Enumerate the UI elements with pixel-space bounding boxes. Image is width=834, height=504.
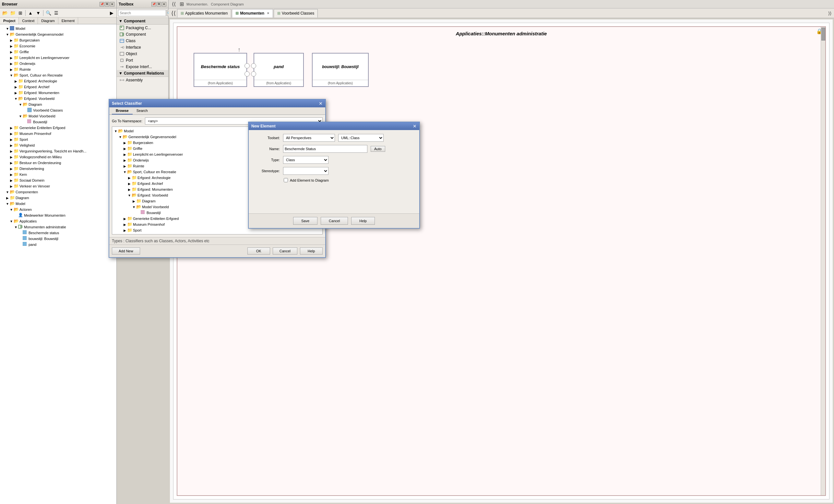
toolbox-interface-item[interactable]: Interface [117, 44, 168, 50]
bouwstijl-component[interactable]: bouwstijl: Bouwstijl (from Applicaties) [312, 53, 369, 87]
beschermde-component[interactable]: ↑ Beschermde status (from Applicaties) [194, 53, 247, 87]
tree-item-onderwijs[interactable]: ▶ 📁 Onderwijs [0, 61, 116, 66]
toggle-icon[interactable]: ▶ [123, 217, 127, 221]
toggle-icon[interactable]: ▼ [14, 97, 18, 101]
down-btn[interactable]: ▼ [35, 9, 42, 17]
tree-item-model-voorbeeld[interactable]: ▼ 📂 Model Voorbeeld [0, 113, 116, 119]
toolbox-search-input[interactable] [118, 10, 166, 16]
toggle-icon[interactable]: ▶ [9, 155, 14, 159]
tree-item-beschermde[interactable]: Beschermde status [0, 230, 116, 236]
tab-applicaties[interactable]: ⊞ Applicaties Monumenten [177, 9, 231, 18]
menu-btn[interactable]: ☰ [52, 9, 60, 17]
toggle-icon[interactable]: ▼ [118, 135, 123, 139]
tree-item-medewerker[interactable]: 👤 Medewerker Monumenten [0, 213, 116, 218]
toggle-icon[interactable]: ▶ [9, 68, 14, 71]
tree-item-sociaal[interactable]: ▶ 📁 Sociaal Domein [0, 177, 116, 183]
tree-item-bouwstijl[interactable]: Bouwstijl [0, 119, 116, 125]
toggle-icon[interactable]: ▼ [14, 225, 18, 229]
nav-back-btn[interactable]: ⟨⟨ [171, 1, 177, 7]
toggle-icon[interactable]: ▼ [113, 129, 118, 133]
tree-item-applicaties[interactable]: ▼ 📂 Applicaties [0, 218, 116, 224]
nav-component-btn[interactable]: ⊞ [178, 1, 185, 7]
open-folder-btn[interactable]: 📂 [1, 9, 8, 17]
toggle-icon[interactable]: ▼ [127, 194, 132, 197]
tab-monumenten[interactable]: ⊞ Monumenten ✕ [232, 9, 273, 18]
help-btn[interactable]: Help [300, 247, 323, 255]
tree-item-sport-cultuur[interactable]: ▼ 📂 Sport, Cultuur en Recreatie [0, 72, 116, 78]
toggle-icon[interactable]: ▼ [5, 202, 10, 205]
tab-element[interactable]: Element [58, 18, 78, 24]
tree-item-bestuur[interactable]: ▶ 📁 Bestuur en Ondersteuning [0, 160, 116, 166]
toggle-icon[interactable]: ▶ [14, 80, 18, 83]
tree-item-leerplicht[interactable]: ▶ 📁 Leerplicht en Leerlingenvervoer [0, 55, 116, 61]
type-select[interactable]: Class Interface Package Actor [283, 156, 328, 164]
toggle-icon[interactable]: ▶ [9, 179, 14, 182]
tree-item-burgerzaken[interactable]: ▶ 📁 Burgerzaken [0, 37, 116, 43]
toolbox-component-section[interactable]: ▼ Component [117, 18, 168, 25]
tree-item-volksgez[interactable]: ▶ 📁 Volksgezondheid en Milieu [0, 154, 116, 160]
toggle-icon[interactable]: ▶ [9, 44, 14, 48]
toggle-icon[interactable]: ▼ [5, 33, 10, 36]
tree-item-economie[interactable]: ▶ 📁 Economie [0, 43, 116, 49]
tab-project[interactable]: Project [0, 18, 19, 24]
toggle-icon[interactable]: ▶ [9, 173, 14, 176]
toggle-icon[interactable]: ▶ [132, 199, 136, 203]
tab-nav-btn[interactable]: ⟨⟨ [170, 10, 177, 17]
browser-pin-btn[interactable]: 📌 [100, 2, 104, 6]
pand-component[interactable]: pand (from Applicaties) [254, 53, 304, 87]
toggle-icon[interactable]: ▼ [9, 74, 14, 77]
toggle-icon[interactable]: ▶ [123, 147, 127, 151]
grid-btn[interactable]: ⊞ [17, 9, 24, 17]
filter-btn[interactable]: 🔍 [45, 9, 52, 17]
ne-cancel-btn[interactable]: Cancel [321, 217, 348, 225]
tree-item-kern[interactable]: ▶ 📁 Kern [0, 172, 116, 177]
toolbox-relations-section[interactable]: ▼ Component Relations [117, 70, 168, 77]
new-folder-btn[interactable]: 📁 [9, 9, 16, 17]
toggle-icon[interactable]: ▶ [123, 165, 127, 168]
tab-search[interactable]: Search [133, 107, 152, 114]
browser-close-btn[interactable]: ✕ [110, 2, 114, 6]
tree-item-erfgoed-mon[interactable]: ▶ 📁 Erfgoed: Monumenten [0, 90, 116, 96]
up-btn[interactable]: ▲ [27, 9, 34, 17]
tree-item-sport[interactable]: ▶ 📁 Sport [0, 136, 116, 143]
toggle-icon[interactable]: ▶ [14, 91, 18, 95]
toolbox-pin-btn[interactable]: 📌 [151, 2, 156, 6]
toggle-icon[interactable]: ▼ [9, 220, 14, 223]
toggle-icon[interactable]: ▶ [5, 196, 10, 200]
new-element-close-btn[interactable]: ✕ [413, 124, 417, 129]
toggle-icon[interactable]: ▶ [127, 188, 132, 191]
tree-item-bouwstijl2[interactable]: bouwstijl: Bouwstijl [0, 236, 116, 242]
tree-item-comp-diagram[interactable]: ▶ 📁 Diagram [0, 195, 116, 201]
tree-item-generieke[interactable]: ▶ 📁 Generieke Entiteiten Erfgoed [0, 125, 116, 131]
toggle-icon[interactable]: ▶ [9, 132, 14, 136]
toggle-icon[interactable]: ▶ [9, 161, 14, 165]
toolbox-assembly-item[interactable]: Assembly [117, 77, 168, 83]
stereotype-select[interactable] [283, 167, 328, 175]
collapse-panel-btn[interactable]: ⟩⟩ [827, 11, 833, 16]
tree-item-diagram-node[interactable]: ▼ 📂 Diagram [0, 102, 116, 107]
auto-btn[interactable]: Auto [371, 146, 385, 152]
ok-btn[interactable]: OK [247, 247, 270, 255]
ne-save-btn[interactable]: Save [293, 217, 317, 225]
toggle-icon[interactable]: ▶ [123, 159, 127, 162]
tree-item-mon-admin[interactable]: ▼ Monumenten administratie [0, 224, 116, 230]
add-new-btn[interactable]: Add New [112, 247, 140, 255]
tree-item-componenten[interactable]: ▼ 📂 Componenten [0, 189, 116, 195]
toolset-select[interactable]: All Perspectives [283, 134, 335, 142]
toggle-icon[interactable]: ▶ [9, 150, 14, 153]
toggle-icon[interactable]: ▼ [5, 27, 10, 30]
uml-type-select[interactable]: UML::Class [338, 134, 383, 142]
toggle-icon[interactable]: ▶ [9, 126, 14, 130]
tree-item-voorbeeld-classes[interactable]: Voorbeeld Classes [0, 107, 116, 113]
tree-item-vergunning[interactable]: ▶ 📁 Vergunningverlening, Toezicht en Han… [0, 148, 116, 154]
tree-item-gem-gegevens[interactable]: ▼ 📂 Gemeentelijk Gegevensmodel [0, 31, 116, 37]
toolbox-expose-item[interactable]: Expose Interf... [117, 64, 168, 70]
tab-diagram[interactable]: Diagram [38, 18, 58, 24]
toggle-icon[interactable]: ▼ [5, 190, 10, 194]
toggle-icon[interactable]: ▶ [9, 184, 14, 188]
tree-item-actoren[interactable]: ▼ 📂 Actoren [0, 206, 116, 213]
tree-item-erfgoed-archief[interactable]: ▶ 📁 Erfgoed: Archief [0, 84, 116, 90]
toggle-icon[interactable]: ▼ [9, 208, 14, 212]
toggle-icon[interactable]: ▶ [127, 176, 132, 180]
toggle-icon[interactable]: ▼ [18, 114, 23, 118]
